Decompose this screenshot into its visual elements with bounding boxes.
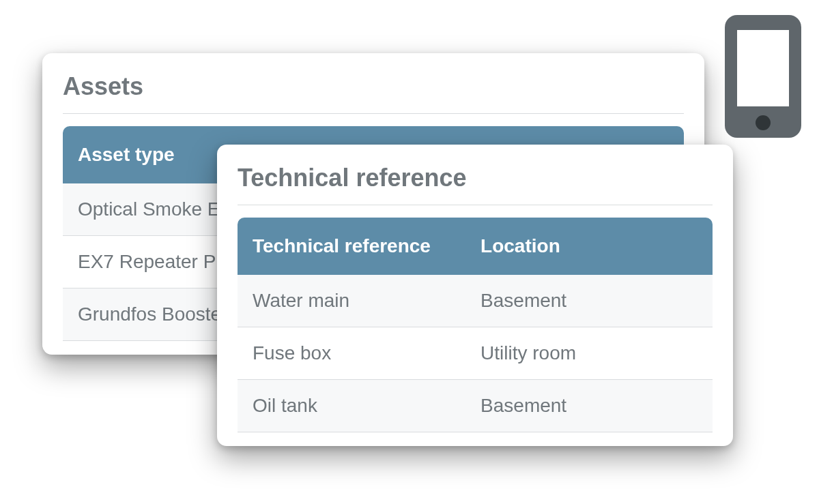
techref-column-location[interactable]: Location xyxy=(465,218,713,275)
cell-location: Utility room xyxy=(465,327,713,379)
assets-title: Assets xyxy=(42,72,704,113)
divider xyxy=(63,113,684,114)
svg-rect-1 xyxy=(737,30,789,106)
techref-table-header: Technical reference Location xyxy=(238,218,713,275)
table-row[interactable]: Fuse box Utility room xyxy=(238,327,713,380)
techref-column-name[interactable]: Technical reference xyxy=(238,218,465,275)
cell-location: Basement xyxy=(465,275,713,327)
mobile-phone-icon xyxy=(719,12,807,140)
cell-name: Water main xyxy=(238,275,465,327)
cell-location: Basement xyxy=(465,380,713,432)
svg-point-2 xyxy=(756,115,771,130)
cell-name: Fuse box xyxy=(238,327,465,379)
table-row[interactable]: Water main Basement xyxy=(238,275,713,327)
techref-table-body: Water main Basement Fuse box Utility roo… xyxy=(238,275,713,446)
technical-reference-card: Technical reference Technical reference … xyxy=(217,145,733,446)
cell-name: Oil tank xyxy=(238,380,465,432)
divider xyxy=(238,205,713,205)
techref-title: Technical reference xyxy=(217,164,733,205)
table-row[interactable]: Oil tank Basement xyxy=(238,380,713,432)
